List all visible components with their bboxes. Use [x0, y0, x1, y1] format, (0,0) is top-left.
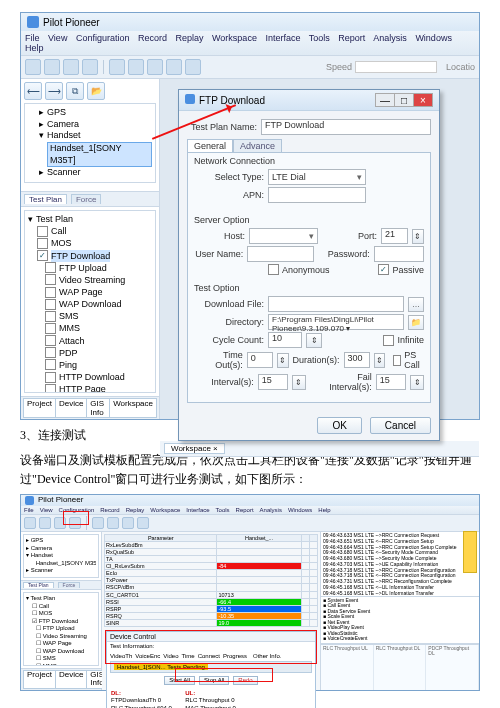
menu-workspace[interactable]: Workspace [212, 33, 257, 43]
tb-next-icon[interactable] [166, 59, 182, 75]
failinterval-input[interactable]: 15 [376, 374, 406, 390]
tp-http-page[interactable]: HTTP Page [27, 383, 155, 393]
plan-name-input[interactable]: FTP Download [261, 119, 431, 135]
port-spinner-icon[interactable]: ⇕ [412, 229, 424, 244]
port-input[interactable]: 21 [381, 228, 408, 244]
select-type-select[interactable]: LTE Dial [268, 169, 366, 185]
tp-attach[interactable]: Attach [27, 335, 155, 347]
tab-force[interactable]: Force [71, 194, 101, 204]
menu-tools[interactable]: Tools [309, 33, 330, 43]
left-panel: ⟵ ⟶ ⧉ 📂 ▸ GPS ▸ Camera ▾ Handset Handset… [21, 79, 160, 419]
tp-wap-download[interactable]: WAP Download [27, 298, 155, 310]
menu-analysis[interactable]: Analysis [373, 33, 407, 43]
host-select[interactable] [249, 228, 318, 244]
dir-input[interactable]: F:\Program Files\DingLi\Pilot Pioneer\9.… [268, 314, 404, 330]
dir-browse-icon[interactable]: 📁 [408, 315, 424, 330]
nav-fwd-icon[interactable]: ⟶ [45, 82, 63, 100]
anonymous-checkbox[interactable]: Anonymous [268, 264, 330, 275]
test-plan-tree: ▾ Test Plan Call MOS FTP Download FTP Up… [24, 210, 156, 393]
menu-file[interactable]: File [25, 33, 40, 43]
dc-col-headers: VideoThVoiceEncVideoTimeConnectProgressO… [107, 651, 315, 660]
ok-button[interactable]: OK [317, 417, 361, 434]
tb-btn-2[interactable] [44, 59, 60, 75]
tp-pdp[interactable]: PDP [27, 347, 155, 359]
user-input[interactable] [247, 246, 314, 262]
minimize-button[interactable]: — [375, 93, 395, 107]
s2-tb-record-icon[interactable] [39, 517, 51, 529]
tp-http-download[interactable]: HTTP Download [27, 371, 155, 383]
tab-general[interactable]: General [187, 139, 233, 152]
tp-ping[interactable]: Ping [27, 359, 155, 371]
tb-btn-3[interactable] [63, 59, 79, 75]
tp-sms[interactable]: SMS [27, 310, 155, 322]
tab-advance[interactable]: Advance [233, 139, 282, 152]
tp-root[interactable]: ▾ Test Plan [27, 213, 155, 225]
tree-item-scanner[interactable]: ▸ Scanner [27, 167, 153, 179]
nav-back-icon[interactable]: ⟵ [24, 82, 42, 100]
tb-end-icon[interactable] [185, 59, 201, 75]
s2-msg-log: 09:46:43.633 MS1 LTE -->RRC Connection R… [321, 532, 479, 596]
s2-tb-connect-icon[interactable] [24, 517, 36, 529]
tp-mos[interactable]: MOS [27, 237, 155, 249]
interval-input[interactable]: 15 [258, 374, 288, 390]
tp-ftp-upload[interactable]: FTP Upload [27, 262, 155, 274]
tp-ftp-download[interactable]: FTP Download [27, 250, 155, 262]
pass-input[interactable] [374, 246, 424, 262]
stop-all-button[interactable]: Stop All [199, 676, 229, 685]
tree-item-camera[interactable]: ▸ Camera [27, 119, 153, 131]
menu-record[interactable]: Record [138, 33, 167, 43]
tp-mms[interactable]: MMS [27, 322, 155, 334]
maximize-button[interactable]: □ [394, 93, 414, 107]
infinite-checkbox[interactable]: Infinite [383, 335, 424, 346]
redo-button[interactable]: Redo [233, 676, 257, 685]
tree-item-handset[interactable]: ▾ Handset [27, 130, 153, 142]
speed-label: Speed [326, 62, 352, 72]
btab-workspace[interactable]: Workspace [109, 398, 157, 418]
tb-prev-icon[interactable] [128, 59, 144, 75]
window-titlebar: Pilot Pioneer [21, 13, 479, 31]
tb-btn-4[interactable] [82, 59, 98, 75]
timeout-input[interactable]: 0 [247, 352, 273, 368]
menu-windows[interactable]: Windows [415, 33, 452, 43]
pscall-checkbox[interactable]: PS Call [393, 350, 424, 370]
tp-call[interactable]: Call [27, 225, 155, 237]
interval-spinner-icon[interactable]: ⇕ [292, 375, 306, 390]
btab-device[interactable]: Device [55, 398, 86, 418]
tab-test-plan[interactable]: Test Plan [24, 194, 67, 204]
cycle-input[interactable]: 10 [268, 332, 302, 348]
tb-step-icon[interactable] [147, 59, 163, 75]
close-button[interactable]: × [413, 93, 433, 107]
menu-view[interactable]: View [48, 33, 67, 43]
duration-spinner-icon[interactable]: ⇕ [374, 353, 386, 368]
tree-item-handset-1[interactable]: Handset_1[SONY M35T] [27, 142, 153, 167]
menu-replay[interactable]: Replay [176, 33, 204, 43]
tb-play-icon[interactable] [109, 59, 125, 75]
failinterval-spinner-icon[interactable]: ⇕ [410, 375, 424, 390]
nav-copy-icon[interactable]: ⧉ [66, 82, 84, 100]
s2-right-highlight [463, 531, 477, 573]
tp-video-streaming[interactable]: Video Streaming [27, 274, 155, 286]
menu-interface[interactable]: Interface [265, 33, 300, 43]
cancel-button[interactable]: Cancel [370, 417, 431, 434]
speed-bar[interactable] [355, 61, 437, 73]
tp-wap-page[interactable]: WAP Page [27, 286, 155, 298]
dlfile-input[interactable] [268, 296, 404, 312]
btab-gis[interactable]: GIS Info [86, 398, 109, 418]
menu-report[interactable]: Report [338, 33, 365, 43]
cycle-spinner-icon[interactable]: ⇕ [306, 333, 322, 348]
start-all-button[interactable]: Start All [164, 676, 195, 685]
apn-input[interactable] [268, 187, 366, 203]
dlfile-browse-icon[interactable]: … [408, 297, 424, 312]
tb-btn-1[interactable] [25, 59, 41, 75]
btab-project[interactable]: Project [23, 398, 55, 418]
menu-configuration[interactable]: Configuration [76, 33, 130, 43]
timeout-spinner-icon[interactable]: ⇕ [277, 353, 289, 368]
workspace-tab[interactable]: Workspace × [164, 443, 225, 454]
duration-input[interactable]: 300 [344, 352, 370, 368]
tree-item-gps[interactable]: ▸ GPS [27, 107, 153, 119]
menu-help[interactable]: Help [25, 43, 44, 53]
dc-device-row[interactable]: Handset_1[SON... Tests Pending [110, 661, 312, 674]
nav-open-icon[interactable]: 📂 [87, 82, 105, 100]
passive-checkbox[interactable]: Passive [378, 264, 424, 275]
timeout-label: Time Out(s): [194, 350, 243, 370]
